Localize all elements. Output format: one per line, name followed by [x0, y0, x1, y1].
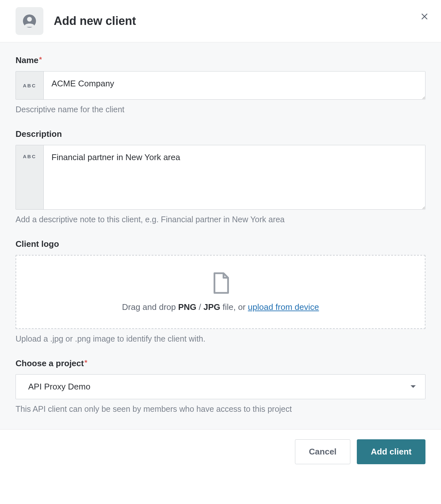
name-input-row: ABC: [16, 71, 425, 100]
file-or: file, or: [220, 302, 248, 312]
name-input[interactable]: [44, 71, 425, 99]
logo-field: Client logo Drag and drop PNG / JPG file…: [16, 239, 425, 344]
svg-point-1: [27, 17, 32, 22]
project-field: Choose a project* API Proxy Demo This AP…: [16, 358, 425, 414]
abc-prefix: ABC: [16, 145, 44, 209]
slash: /: [197, 302, 204, 312]
file-icon: [211, 272, 230, 294]
chevron-down-icon: [410, 385, 416, 389]
required-mark: *: [39, 55, 42, 63]
description-label: Description: [16, 129, 425, 139]
project-label-text: Choose a project: [16, 358, 84, 368]
client-avatar-placeholder: [16, 7, 43, 35]
add-client-modal: Add new client Name* ABC Descriptive nam…: [0, 0, 441, 474]
name-field: Name* ABC Descriptive name for the clien…: [16, 55, 425, 114]
jpg-text: JPG: [203, 302, 220, 312]
logo-label: Client logo: [16, 239, 425, 249]
close-button[interactable]: [420, 12, 429, 22]
upload-from-device-link[interactable]: upload from device: [248, 302, 319, 312]
logo-dropzone[interactable]: Drag and drop PNG / JPG file, or upload …: [16, 255, 425, 329]
dropzone-text: Drag and drop PNG / JPG file, or upload …: [122, 302, 319, 312]
name-help: Descriptive name for the client: [16, 105, 425, 114]
description-input-row: ABC: [16, 145, 425, 210]
close-icon: [420, 12, 429, 21]
modal-footer: Cancel Add client: [0, 429, 441, 474]
description-input[interactable]: [44, 145, 425, 209]
logo-help: Upload a .jpg or .png image to identify …: [16, 334, 425, 344]
name-label: Name*: [16, 55, 425, 65]
description-field: Description ABC Add a descriptive note t…: [16, 129, 425, 224]
project-selected-value: API Proxy Demo: [28, 382, 90, 392]
modal-title: Add new client: [54, 14, 136, 28]
drop-prefix: Drag and drop: [122, 302, 178, 312]
abc-prefix: ABC: [16, 71, 44, 99]
add-client-button[interactable]: Add client: [357, 439, 425, 464]
cancel-button[interactable]: Cancel: [295, 439, 350, 464]
required-mark: *: [85, 358, 87, 367]
project-help: This API client can only be seen by memb…: [16, 404, 425, 414]
name-label-text: Name: [16, 55, 39, 65]
png-text: PNG: [178, 302, 196, 312]
modal-body: Name* ABC Descriptive name for the clien…: [0, 42, 441, 429]
person-icon: [22, 14, 37, 28]
project-label: Choose a project*: [16, 358, 425, 368]
modal-header: Add new client: [0, 0, 441, 42]
project-select[interactable]: API Proxy Demo: [16, 374, 425, 399]
description-help: Add a descriptive note to this client, e…: [16, 215, 425, 224]
